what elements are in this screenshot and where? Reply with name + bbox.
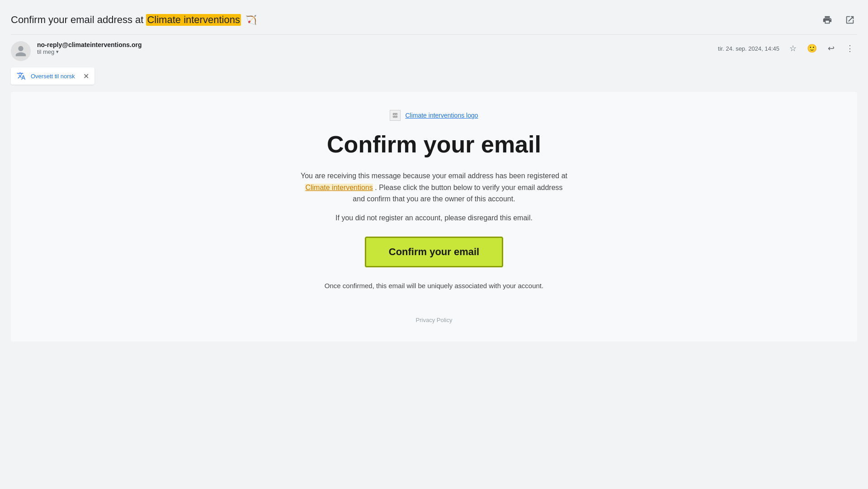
disregard-text: If you did not register an account, plea… <box>276 214 592 222</box>
sender-left: no-reply@climateinterventions.org til me… <box>11 41 142 61</box>
confirm-email-button[interactable]: Confirm your email <box>365 237 503 267</box>
to-me-label: til meg <box>37 48 54 55</box>
climate-interventions-link[interactable]: Climate interventions <box>305 184 373 191</box>
privacy-policy-link[interactable]: Privacy Policy <box>276 317 592 323</box>
main-heading: Confirm your email <box>276 132 592 157</box>
emoji-button[interactable]: 🙂 <box>805 41 819 56</box>
reply-button[interactable]: ↩ <box>824 41 838 56</box>
email-body: Climate interventions logo Confirm your … <box>11 92 857 342</box>
sender-info: no-reply@climateinterventions.org til me… <box>37 41 142 55</box>
sender-email: no-reply@climateinterventions.org <box>37 41 142 48</box>
translate-close-button[interactable]: ✕ <box>83 72 89 81</box>
more-options-button[interactable]: ⋮ <box>843 41 857 56</box>
print-button[interactable] <box>820 13 835 27</box>
logo-link[interactable]: Climate interventions logo <box>405 112 478 119</box>
translate-link[interactable]: Oversett til norsk <box>31 73 75 80</box>
email-content: Climate interventions logo Confirm your … <box>276 110 592 323</box>
logo-area: Climate interventions logo <box>276 110 592 121</box>
logo-image-broken <box>390 110 401 121</box>
subject-rocket-icon: 🏹 <box>245 14 257 25</box>
translate-bar: Oversett til norsk ✕ <box>11 67 94 85</box>
once-confirmed-text: Once confirmed, this email will be uniqu… <box>276 282 592 290</box>
email-subject: Confirm your email address at Climate in… <box>11 14 257 26</box>
header-actions <box>820 13 857 27</box>
action-icons: ☆ 🙂 ↩ ⋮ <box>786 41 857 56</box>
chevron-down-icon: ▾ <box>56 49 59 55</box>
email-header: Confirm your email address at Climate in… <box>11 7 857 35</box>
avatar <box>11 41 31 61</box>
body-text-before: You are receiving this message because y… <box>301 172 567 180</box>
body-paragraph: You are receiving this message because y… <box>298 170 570 205</box>
subject-highlight: Climate interventions <box>146 14 241 26</box>
body-text-after: . Please click the button below to verif… <box>353 184 562 203</box>
sender-to-label[interactable]: til meg ▾ <box>37 48 142 55</box>
sender-row: no-reply@climateinterventions.org til me… <box>11 35 857 66</box>
sender-right: tir. 24. sep. 2024, 14:45 ☆ 🙂 ↩ ⋮ <box>718 41 857 56</box>
translate-icon <box>16 71 26 81</box>
open-external-button[interactable] <box>843 13 857 27</box>
star-button[interactable]: ☆ <box>786 41 800 56</box>
subject-prefix: Confirm your email address at <box>11 14 143 26</box>
email-timestamp: tir. 24. sep. 2024, 14:45 <box>718 45 779 52</box>
